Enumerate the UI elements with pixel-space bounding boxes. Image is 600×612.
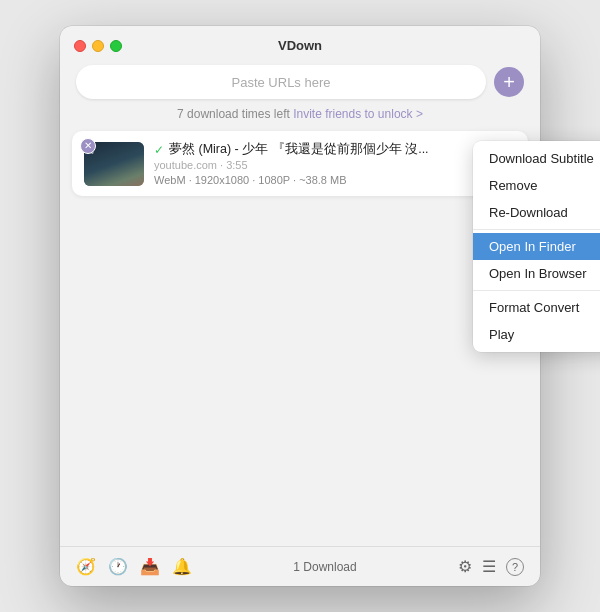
menu-item-remove[interactable]: Remove (473, 172, 600, 199)
item-source: youtube.com · 3:55 (154, 159, 482, 171)
item-title-text: 夢然 (Mira) - 少年 『我還是從前那個少年 沒... (169, 141, 429, 158)
title-bar: VDown (60, 26, 540, 61)
download-item: 方 ✕ ✓ 夢然 (Mira) - 少年 『我還是從前那個少年 沒... you… (72, 131, 528, 196)
remove-badge-button[interactable]: ✕ (80, 138, 96, 154)
traffic-lights (74, 40, 122, 52)
item-meta: WebM · 1920x1080 · 1080P · ~38.8 MB (154, 174, 482, 186)
check-icon: ✓ (154, 143, 164, 157)
bottom-right-icons: ⚙ ☰ ? (458, 557, 524, 576)
add-url-button[interactable]: + (494, 67, 524, 97)
menu-item-download-subtitle[interactable]: Download Subtitle (473, 145, 600, 172)
menu-item-open-in-browser[interactable]: Open In Browser (473, 260, 600, 287)
item-info: ✓ 夢然 (Mira) - 少年 『我還是從前那個少年 沒... youtube… (154, 141, 482, 186)
help-icon[interactable]: ? (506, 558, 524, 576)
download-count-text: 7 download times left (177, 107, 290, 121)
bottom-left-icons: 🧭 🕐 📥 🔔 (76, 557, 192, 576)
compass-icon[interactable]: 🧭 (76, 557, 96, 576)
invite-link[interactable]: Invite friends to unlock > (293, 107, 423, 121)
item-title: ✓ 夢然 (Mira) - 少年 『我還是從前那個少年 沒... (154, 141, 482, 158)
menu-item-play[interactable]: Play (473, 321, 600, 348)
inbox-icon[interactable]: 📥 (140, 557, 160, 576)
menu-item-open-in-finder[interactable]: Open In Finder (473, 233, 600, 260)
search-bar-row: Paste URLs here + (60, 61, 540, 107)
url-input-placeholder: Paste URLs here (232, 75, 331, 90)
notification-icon[interactable]: 🔔 (172, 557, 192, 576)
url-input-wrap[interactable]: Paste URLs here (76, 65, 486, 99)
context-menu: Download Subtitle Remove Re-Download Ope… (473, 141, 600, 352)
menu-separator-1 (473, 229, 600, 230)
menu-item-format-convert[interactable]: Format Convert (473, 294, 600, 321)
clock-icon[interactable]: 🕐 (108, 557, 128, 576)
maximize-button[interactable] (110, 40, 122, 52)
thumbnail-wrap: 方 ✕ (84, 142, 144, 186)
close-button[interactable] (74, 40, 86, 52)
bottom-bar: 🧭 🕐 📥 🔔 1 Download ⚙ ☰ ? (60, 546, 540, 586)
download-count-label: 1 Download (293, 560, 356, 574)
menu-item-re-download[interactable]: Re-Download (473, 199, 600, 226)
gear-icon[interactable]: ⚙ (458, 557, 472, 576)
menu-separator-2 (473, 290, 600, 291)
main-window: VDown Paste URLs here + 7 download times… (60, 26, 540, 586)
content-area (60, 196, 540, 546)
invite-row: 7 download times left Invite friends to … (60, 107, 540, 131)
window-title: VDown (278, 38, 322, 53)
list-icon[interactable]: ☰ (482, 557, 496, 576)
minimize-button[interactable] (92, 40, 104, 52)
